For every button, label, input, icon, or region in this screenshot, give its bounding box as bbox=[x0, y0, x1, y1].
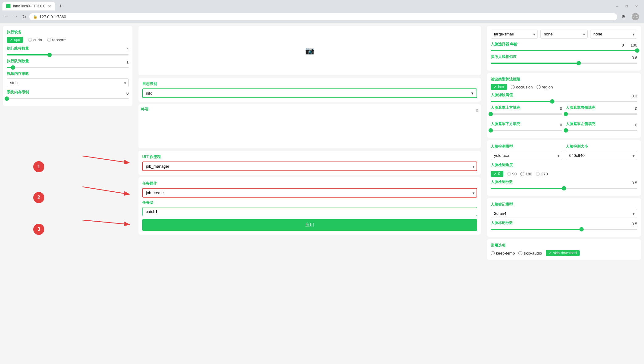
log-level-section: 日志级别 info ▾ bbox=[139, 78, 481, 102]
task-op-select[interactable]: job-create bbox=[142, 188, 477, 198]
age-max: 100 bbox=[630, 43, 637, 47]
keep-temp-option[interactable]: keep-temp bbox=[491, 250, 515, 256]
pad-bottom-col: 人脸遮罩下方填充 0 bbox=[491, 121, 562, 134]
detect-model-col: 人脸检测模型 yoloface ▾ bbox=[491, 144, 562, 160]
landmark-score-value: 0.5 bbox=[632, 222, 637, 226]
cpu-badge[interactable]: ✓ cpu bbox=[7, 37, 23, 43]
landmark-score-label: 人脸标记分数 bbox=[491, 220, 513, 226]
tab-title: InnoTechX-FF 3.0.0 bbox=[13, 4, 45, 8]
video-box: 📷 bbox=[139, 26, 481, 75]
pad-left-col: 人脸遮罩左侧填充 0 bbox=[566, 121, 637, 134]
forward-button[interactable]: → bbox=[12, 13, 19, 21]
tensorrt-radio[interactable]: tensorrt bbox=[47, 37, 66, 43]
filter-checkbox-group: ✓ box occlusion region bbox=[491, 84, 637, 90]
workflow-select[interactable]: job_manager bbox=[142, 162, 477, 171]
address-bar[interactable]: 🔒 127.0.0.1:7860 bbox=[29, 13, 617, 20]
region-checkbox[interactable]: region bbox=[537, 84, 553, 90]
minimize-button[interactable]: ─ bbox=[612, 3, 622, 10]
tab-favicon bbox=[6, 4, 10, 8]
detect-size-label: 人脸检测大小 bbox=[566, 144, 637, 149]
task-id-input[interactable] bbox=[142, 207, 477, 216]
pad-right-col: 人脸遮罩右侧填充 0 bbox=[566, 105, 637, 118]
sort1-select[interactable]: large-small bbox=[491, 30, 538, 39]
pad-top-value: 0 bbox=[560, 106, 562, 111]
angle-270-radio[interactable]: 270 bbox=[536, 172, 548, 176]
pad-bottom-slider[interactable] bbox=[491, 130, 562, 131]
terminal-label: 终端 bbox=[141, 107, 148, 112]
pad-right-slider[interactable] bbox=[566, 113, 637, 115]
detect-model-select[interactable]: yoloface bbox=[491, 151, 562, 160]
common-label: 常用选项 bbox=[491, 243, 637, 248]
skip-audio-option[interactable]: skip-audio bbox=[518, 250, 542, 256]
landmark-score-slider[interactable] bbox=[491, 229, 637, 230]
new-tab-button[interactable]: + bbox=[56, 2, 65, 10]
threads-label: 执行线程数量 bbox=[7, 46, 29, 51]
vram-strategy-label: 视频内存策略 bbox=[7, 71, 129, 76]
age-min: 0 bbox=[622, 43, 624, 47]
copy-icon[interactable]: ⧉ bbox=[476, 108, 478, 113]
sort2-select[interactable]: none bbox=[540, 30, 587, 39]
pad-bottom-label: 人脸遮罩下方填充 bbox=[491, 121, 520, 127]
skip-download-label: skip-download bbox=[553, 251, 577, 255]
vram-limit-label: 系统内存限制 bbox=[7, 90, 29, 95]
angle-0-label: 0 bbox=[498, 172, 500, 176]
log-level-select-wrap: info ▾ bbox=[142, 88, 477, 98]
angle-90-radio[interactable]: 90 bbox=[507, 172, 517, 176]
occlusion-checkbox[interactable]: occlusion bbox=[511, 84, 533, 90]
terminal-content[interactable] bbox=[141, 115, 478, 146]
landmark-model-select-wrap: 2dfan4 ▾ bbox=[491, 209, 637, 218]
detect-score-slider[interactable] bbox=[491, 188, 637, 189]
log-level-arrow: ▾ bbox=[471, 91, 473, 96]
pad-left-label: 人脸遮罩左侧填充 bbox=[566, 121, 595, 127]
apply-button[interactable]: 应用 bbox=[142, 219, 477, 231]
exec-device-label: 执行设备 bbox=[7, 30, 129, 35]
log-level-dropdown[interactable]: info ▾ bbox=[142, 88, 477, 98]
filter-thresh-value: 0.3 bbox=[632, 94, 637, 98]
queue-value: 1 bbox=[127, 60, 129, 64]
landmark-model-label: 人脸标记模型 bbox=[491, 202, 637, 207]
browser-tab[interactable]: InnoTechX-FF 3.0.0 ✕ bbox=[2, 2, 55, 10]
queue-slider[interactable] bbox=[7, 67, 129, 68]
sort1-wrap: large-small ▾ bbox=[491, 30, 538, 39]
vram-limit-value: 0 bbox=[127, 91, 129, 96]
skip-download-badge[interactable]: ✓ skip-download bbox=[546, 250, 580, 256]
url-text: 127.0.0.1:7860 bbox=[39, 14, 66, 19]
filter-thresh-label: 人脸滤波阈值 bbox=[491, 92, 513, 98]
left-panel: 执行设备 ✓ cpu cuda tensorrt 执行线程数量 4 bbox=[0, 23, 135, 364]
extension-button[interactable]: ⚙ bbox=[619, 13, 628, 20]
back-button[interactable]: ← bbox=[2, 13, 10, 21]
maximize-button[interactable]: □ bbox=[622, 3, 631, 10]
pad-left-slider[interactable] bbox=[566, 130, 637, 131]
similarity-label: 参考人脸相似度 bbox=[491, 54, 517, 59]
pad-top-label: 人脸遮罩上方填充 bbox=[491, 105, 520, 110]
angle-180-radio[interactable]: 180 bbox=[520, 172, 532, 176]
detect-model-label: 人脸检测模型 bbox=[491, 144, 562, 149]
landmark-model-select[interactable]: 2dfan4 bbox=[491, 209, 637, 218]
queue-label: 执行队列数量 bbox=[7, 59, 29, 64]
angle-0-badge[interactable]: ✓ 0 bbox=[491, 171, 503, 177]
workflow-select-wrap: job_manager ▾ bbox=[142, 162, 477, 171]
lock-icon: 🔒 bbox=[33, 14, 38, 19]
detect-size-select[interactable]: 640x640 bbox=[566, 151, 637, 160]
sort3-select[interactable]: none bbox=[590, 30, 637, 39]
cuda-radio[interactable]: cuda bbox=[28, 37, 42, 43]
similarity-slider[interactable] bbox=[491, 63, 637, 64]
exec-device-section: 执行设备 ✓ cpu cuda tensorrt 执行线程数量 4 bbox=[3, 26, 132, 106]
close-button[interactable]: ✕ bbox=[631, 3, 642, 10]
terminal-section: 终端 ⧉ bbox=[139, 104, 481, 148]
age-slider[interactable] bbox=[491, 50, 637, 51]
filter-thresh-slider[interactable] bbox=[491, 101, 637, 102]
vram-strategy-select[interactable]: strict bbox=[7, 78, 129, 87]
log-level-value: info bbox=[146, 91, 152, 96]
detect-section: 人脸检测模型 yoloface ▾ 人脸检测大小 640x640 ▾ bbox=[487, 140, 641, 196]
pad-top-slider[interactable] bbox=[491, 113, 562, 115]
box-badge[interactable]: ✓ box bbox=[491, 84, 507, 90]
pad-top-col: 人脸遮罩上方填充 0 bbox=[491, 105, 562, 118]
detect-size-select-wrap: 640x640 ▾ bbox=[566, 151, 637, 160]
tab-close-btn[interactable]: ✕ bbox=[48, 4, 51, 9]
profile-button[interactable]: 访客 bbox=[629, 12, 642, 22]
threads-slider[interactable] bbox=[7, 54, 129, 55]
vram-limit-slider[interactable] bbox=[7, 98, 129, 99]
reload-button[interactable]: ↻ bbox=[21, 13, 27, 21]
pad-right-value: 0 bbox=[635, 106, 637, 111]
